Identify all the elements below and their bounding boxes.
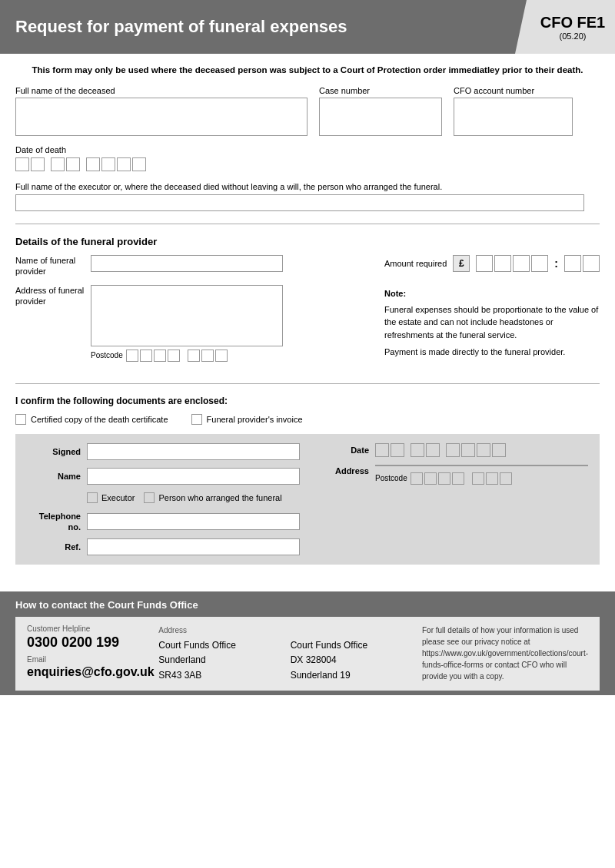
doc-item-1: Certified copy of the death certificate: [15, 414, 168, 425]
postcode-box-3[interactable]: [154, 350, 166, 362]
amount-box-4[interactable]: [531, 255, 548, 272]
sig-date-m2[interactable]: [426, 443, 440, 457]
date-box-y2[interactable]: [101, 157, 115, 171]
amount-decimal-boxes: [564, 255, 600, 272]
postcode-label: Postcode: [91, 351, 123, 359]
executor-group: Full name of the executor or, where the …: [15, 182, 600, 211]
sig-postcode-7[interactable]: [500, 472, 512, 485]
postcode-area: Postcode: [91, 350, 283, 362]
case-number-input[interactable]: [319, 98, 442, 136]
sig-postcode-5[interactable]: [472, 472, 484, 485]
postcode-boxes: [126, 350, 228, 362]
date-box-d1[interactable]: [15, 157, 29, 171]
sig-checkboxes: Executor Person who arranged the funeral: [87, 492, 300, 503]
date-box-y4[interactable]: [132, 157, 146, 171]
note-title: Note:: [384, 287, 600, 300]
telephone-label: Telephone no.: [27, 511, 81, 533]
sig-date-y2[interactable]: [461, 443, 475, 457]
date-sig-boxes: [375, 443, 506, 457]
postcode-box-7[interactable]: [215, 350, 228, 362]
provider-address-row: Address of funeral provider Postcode: [15, 285, 369, 362]
address2-line2: DX 328004: [291, 653, 422, 668]
full-name-input[interactable]: [15, 98, 308, 136]
date-of-death-label: Date of death: [15, 145, 600, 154]
sig-date-y4[interactable]: [492, 443, 506, 457]
main-content: This form may only be used where the dec…: [0, 54, 615, 576]
postcode-box-2[interactable]: [140, 350, 152, 362]
amount-box-3[interactable]: [513, 255, 530, 272]
email-address: enquiries@cfo.gov.uk: [27, 665, 158, 679]
sig-date-y1[interactable]: [446, 443, 460, 457]
address-input[interactable]: [375, 465, 588, 466]
amount-boxes: [476, 255, 548, 272]
postcode-box-4[interactable]: [168, 350, 180, 362]
date-box-y3[interactable]: [117, 157, 131, 171]
email-label: Email: [27, 655, 158, 664]
sig-date-d1[interactable]: [375, 443, 389, 457]
sig-postcode-2[interactable]: [424, 472, 437, 485]
name-input[interactable]: [87, 468, 300, 485]
executor-checkbox-item: Executor: [87, 492, 135, 503]
executor-checkbox[interactable]: [87, 492, 98, 503]
date-box-y1[interactable]: [86, 157, 100, 171]
cfo-account-label: CFO account number: [454, 86, 573, 95]
amount-box-1[interactable]: [476, 255, 493, 272]
sig-date-m1[interactable]: [411, 443, 424, 457]
person-arranged-checkbox-item: Person who arranged the funeral: [144, 492, 281, 503]
postcode-box-1[interactable]: [126, 350, 138, 362]
telephone-input[interactable]: [87, 513, 300, 530]
funeral-provider-grid: Name of funeral provider Address of fune…: [15, 255, 600, 369]
doc-checkbox-1[interactable]: [15, 414, 26, 425]
documents-row: Certified copy of the death certificate …: [15, 414, 600, 425]
ref-input[interactable]: [87, 538, 300, 555]
note-text: Funeral expenses should be proportionate…: [384, 303, 600, 342]
date-box-m2[interactable]: [66, 157, 80, 171]
amount-label: Amount required: [384, 259, 447, 268]
header-code-area: CFO FE1 (05.20): [515, 0, 615, 54]
date-row: Date: [315, 443, 588, 457]
page-title: Request for payment of funeral expenses: [15, 17, 347, 37]
address-line2: Sunderland: [158, 653, 290, 668]
date-box-m1[interactable]: [51, 157, 65, 171]
amount-decimal-box-1[interactable]: [564, 255, 581, 272]
amount-row: Amount required £ :: [384, 255, 600, 272]
sig-date-d2[interactable]: [391, 443, 404, 457]
provider-address-input[interactable]: [91, 285, 283, 346]
sig-postcode-1[interactable]: [411, 472, 423, 485]
address2-line3: Sunderland 19: [291, 668, 422, 683]
doc-label-1: Certified copy of the death certificate: [31, 415, 168, 424]
address-label: Address: [158, 624, 290, 637]
helpline-number: 0300 0200 199: [27, 634, 158, 651]
executor-input[interactable]: [15, 194, 584, 211]
cfo-account-input[interactable]: [454, 98, 573, 136]
divider-1: [15, 224, 600, 224]
postcode-box-5[interactable]: [188, 350, 200, 362]
sig-left: Signed Name Executor Person w: [27, 443, 300, 556]
address-line1: Court Funds Office: [158, 638, 290, 653]
sig-right: Date Addre: [315, 443, 588, 556]
person-arranged-checkbox[interactable]: [144, 492, 155, 503]
sig-postcode-4[interactable]: [452, 472, 464, 485]
footer-address-col1: Address Court Funds Office Sunderland SR…: [158, 624, 290, 683]
amount-decimal-box-2[interactable]: [583, 255, 600, 272]
form-code: CFO FE1: [540, 14, 605, 31]
sig-postcode-3[interactable]: [438, 472, 450, 485]
signed-input[interactable]: [87, 443, 300, 460]
postcode-box-6[interactable]: [201, 350, 214, 362]
amount-section: Amount required £ :: [384, 255, 600, 359]
amount-box-2[interactable]: [494, 255, 511, 272]
doc-checkbox-2[interactable]: [191, 414, 202, 425]
footer-contact-col: Customer Helpline 0300 0200 199 Email en…: [27, 624, 158, 683]
page-header: Request for payment of funeral expenses …: [0, 0, 615, 54]
provider-name-input[interactable]: [91, 255, 283, 272]
sig-date-y3[interactable]: [477, 443, 490, 457]
signed-row: Signed: [27, 443, 300, 460]
sig-postcode-6[interactable]: [486, 472, 498, 485]
address2-line1: Court Funds Office: [291, 638, 422, 653]
telephone-row: Telephone no.: [27, 511, 300, 533]
note-box: Note: Funeral expenses should be proport…: [384, 287, 600, 359]
ref-label: Ref.: [27, 542, 81, 552]
footer-title: How to contact the Court Funds Office: [15, 599, 600, 611]
date-box-d2[interactable]: [31, 157, 45, 171]
case-number-label: Case number: [319, 86, 442, 95]
